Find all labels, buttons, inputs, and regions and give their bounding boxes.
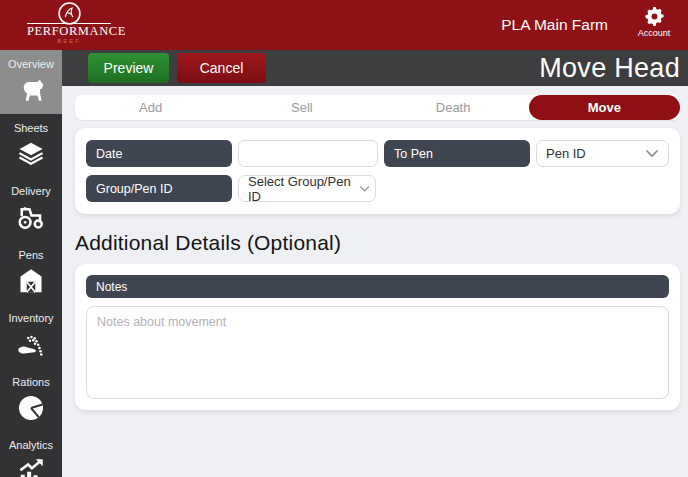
gear-icon [643,5,666,28]
tab-death[interactable]: Death [378,95,529,120]
app-header: PERFORMANCE BEEF PLA Main Farm Account [0,0,688,50]
brand-logo: PERFORMANCE BEEF [27,1,111,44]
layers-icon [16,139,46,169]
preview-button[interactable]: Preview [88,53,169,83]
form-row-1: Date To Pen Pen ID [86,140,669,167]
pie-chart-icon [16,393,46,423]
main-content: Add Sell Death Move Date To Pen Pen ID [62,86,688,477]
additional-details-heading: Additional Details (Optional) [75,231,680,255]
page-title: Move Head [539,53,680,84]
segmented-tabs: Add Sell Death Move [75,95,680,120]
date-input[interactable] [238,140,378,167]
notes-card: Notes [75,264,680,410]
form-row-2: Group/Pen ID Select Group/Pen ID [86,175,669,202]
chevron-down-icon [359,185,370,193]
sidebar: Overview Sheets Delivery P [0,50,62,477]
brand-subtitle: BEEF [27,38,111,44]
group-pen-selected-value: Select Group/Pen ID [248,174,358,204]
sidebar-item-rations[interactable]: Rations [0,368,62,432]
sidebar-item-inventory[interactable]: Inventory [0,304,62,368]
tab-sell[interactable]: Sell [226,95,377,120]
tractor-icon [16,202,46,232]
feed-hand-icon [16,329,46,359]
group-pen-label: Group/Pen ID [86,175,232,202]
sidebar-item-overview[interactable]: Overview [0,50,62,114]
chevron-down-icon [645,149,659,158]
bar-chart-icon [16,456,46,477]
notes-textarea[interactable] [86,306,669,399]
account-button[interactable]: Account [630,5,678,38]
farm-name: PLA Main Farm [501,16,608,34]
tab-move[interactable]: Move [529,95,680,120]
sidebar-item-delivery[interactable]: Delivery [0,177,62,241]
cancel-button[interactable]: Cancel [177,53,266,83]
group-pen-select[interactable]: Select Group/Pen ID [238,175,376,202]
date-label: Date [86,140,232,167]
tab-add[interactable]: Add [75,95,226,120]
to-pen-select[interactable]: Pen ID [536,140,669,167]
move-form-card: Date To Pen Pen ID Group/Pen ID [75,128,680,214]
toolbar: Preview Cancel Move Head [62,50,688,86]
barn-icon [16,266,46,296]
cow-icon [16,75,46,105]
to-pen-selected-value: Pen ID [546,146,586,161]
sidebar-item-pens[interactable]: Pens [0,241,62,305]
performance-beef-app: PERFORMANCE BEEF PLA Main Farm Account O… [0,0,688,477]
brand-name: PERFORMANCE [27,24,111,38]
account-label: Account [630,28,678,38]
sidebar-item-analytics[interactable]: Analytics [0,431,62,477]
sidebar-item-sheets[interactable]: Sheets [0,114,62,178]
notes-label: Notes [86,275,669,298]
to-pen-label: To Pen [384,140,530,167]
